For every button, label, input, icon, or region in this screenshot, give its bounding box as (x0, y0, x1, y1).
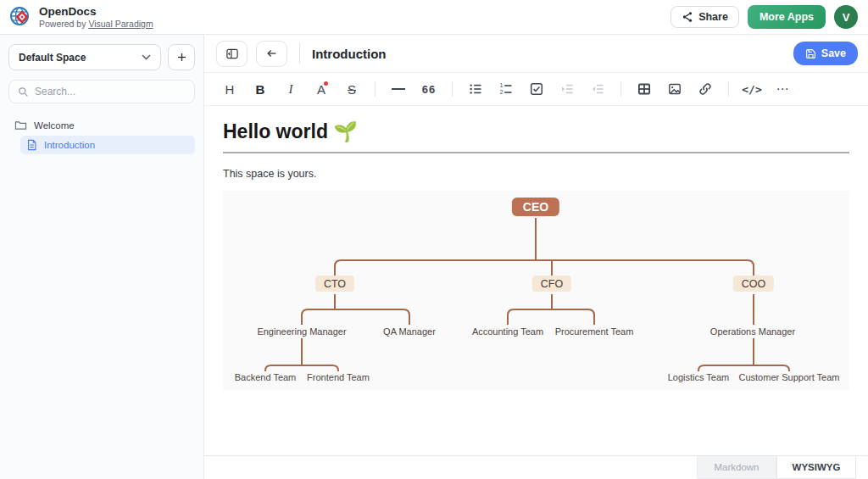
sidebar-collapse-icon (225, 47, 239, 60)
page-tree: Welcome Introduction (8, 116, 195, 154)
italic-button[interactable]: I (277, 77, 304, 101)
powered-by: Powered by Visual Paradigm (39, 19, 153, 29)
code-button[interactable]: </> (738, 77, 765, 101)
app-logo-icon (8, 5, 32, 29)
image-icon (668, 82, 682, 96)
color-dot-icon (324, 81, 328, 86)
divider (620, 81, 621, 97)
folder-icon (14, 120, 27, 131)
org-node-cto[interactable]: CTO (315, 276, 354, 292)
numbered-list-button[interactable]: 1 2 (492, 77, 520, 101)
org-node-engineering-manager[interactable]: Engineering Manager (257, 326, 346, 337)
org-node-ceo[interactable]: CEO (512, 198, 559, 216)
save-label: Save (821, 47, 846, 59)
toggle-sidebar-button[interactable] (216, 41, 248, 67)
document-icon (26, 139, 37, 151)
tree-item-label: Introduction (44, 140, 95, 150)
search-icon (18, 86, 29, 97)
task-list-icon (530, 82, 543, 96)
save-icon (805, 48, 816, 59)
indent-button[interactable] (554, 77, 581, 101)
space-selector[interactable]: Default Space (8, 44, 161, 70)
title-underline (223, 152, 849, 153)
editor-status-bar: Markdown WYSIWYG (204, 455, 868, 479)
divider (728, 81, 729, 97)
org-node-frontend-team[interactable]: Frontend Team (307, 372, 370, 382)
org-node-backend-team[interactable]: Backend Team (235, 372, 297, 382)
plus-icon (176, 52, 187, 63)
space-row: Default Space (8, 44, 195, 70)
divider (299, 43, 300, 64)
share-button[interactable]: Share (670, 6, 739, 28)
tree-item-welcome[interactable]: Welcome (8, 116, 195, 134)
text-color-button[interactable]: A (308, 77, 335, 101)
blockquote-button[interactable]: 66 (415, 77, 442, 101)
org-node-operations-manager[interactable]: Operations Manager (710, 326, 795, 337)
org-node-logistics-team[interactable]: Logistics Team (668, 372, 730, 382)
svg-text:1: 1 (500, 82, 504, 88)
org-node-customer-support-team[interactable]: Customer Support Team (738, 372, 839, 382)
add-space-button[interactable] (168, 44, 195, 70)
outdent-button[interactable] (584, 77, 611, 101)
share-label: Share (698, 11, 728, 23)
top-header: OpenDocs Powered by Visual Paradigm (0, 0, 868, 35)
divider (452, 81, 453, 97)
save-button[interactable]: Save (793, 42, 858, 65)
task-list-button[interactable] (523, 77, 550, 101)
divider (375, 81, 376, 97)
bold-button[interactable]: B (247, 77, 274, 101)
sidebar: Default Space (0, 35, 204, 479)
brand: OpenDocs Powered by Visual Paradigm (8, 5, 153, 29)
bullet-list-button[interactable] (462, 77, 489, 101)
back-button[interactable] (256, 41, 287, 67)
bullet-list-icon (469, 82, 482, 96)
chevron-down-icon (142, 54, 151, 60)
strikethrough-button[interactable]: S (338, 77, 365, 101)
outdent-icon (591, 82, 604, 96)
more-apps-button[interactable]: More Apps (748, 5, 826, 29)
org-node-coo[interactable]: COO (733, 276, 774, 292)
insert-table-button[interactable] (631, 77, 658, 101)
heading-button[interactable]: H (216, 77, 243, 101)
app-window: OpenDocs Powered by Visual Paradigm (0, 0, 868, 479)
tree-item-introduction[interactable]: Introduction (20, 136, 195, 154)
tab-markdown[interactable]: Markdown (697, 456, 776, 479)
visual-paradigm-link[interactable]: Visual Paradigm (88, 19, 153, 29)
brand-text: OpenDocs Powered by Visual Paradigm (39, 5, 153, 29)
horizontal-rule-icon (392, 88, 405, 90)
search-input[interactable] (35, 86, 186, 97)
document-canvas[interactable]: Hello world 🌱 This space is yours. (204, 106, 868, 455)
org-node-accounting-team[interactable]: Accounting Team (472, 326, 543, 337)
user-avatar[interactable]: V (834, 5, 858, 29)
app-name: OpenDocs (39, 5, 153, 19)
share-icon (682, 11, 693, 23)
main-panel: Introduction Save H B I (204, 35, 868, 479)
svg-text:2: 2 (500, 89, 504, 95)
org-node-procurement-team[interactable]: Procurement Team (555, 326, 634, 337)
document-title: Hello world 🌱 (223, 120, 849, 143)
space-selector-value: Default Space (19, 52, 86, 64)
numbered-list-icon: 1 2 (499, 82, 513, 96)
org-node-cfo[interactable]: CFO (532, 276, 571, 292)
org-chart[interactable]: CEO CTO CFO COO Engineering Manager QA M… (223, 191, 849, 390)
doc-header: Introduction Save (204, 35, 868, 73)
insert-link-button[interactable] (692, 77, 719, 101)
indent-icon (560, 82, 574, 96)
page-title: Introduction (312, 47, 386, 61)
body-row: Default Space (0, 35, 868, 479)
search-box[interactable] (8, 80, 195, 103)
document-paragraph: This space is yours. (223, 168, 849, 180)
horizontal-rule-button[interactable] (385, 77, 412, 101)
table-icon (637, 82, 651, 96)
org-node-qa-manager[interactable]: QA Manager (383, 326, 436, 337)
arrow-left-icon (265, 47, 278, 59)
insert-image-button[interactable] (661, 77, 688, 101)
formatting-toolbar: H B I A S 66 (204, 73, 868, 106)
tab-wysiwyg[interactable]: WYSIWYG (776, 456, 856, 479)
link-icon (698, 82, 712, 96)
tree-item-label: Welcome (34, 120, 75, 131)
more-options-button[interactable]: ⋯ (769, 77, 796, 101)
header-actions: Share More Apps V (670, 5, 858, 29)
